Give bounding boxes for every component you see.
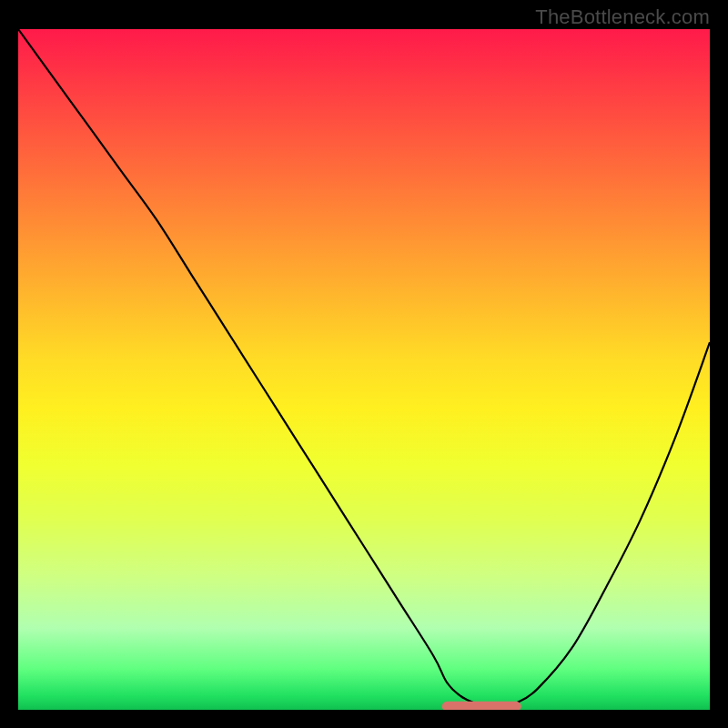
chart-svg	[18, 29, 710, 710]
watermark-label: TheBottleneck.com	[535, 5, 710, 29]
chart-container: TheBottleneck.com	[0, 0, 728, 728]
bottleneck-curve	[18, 29, 710, 707]
